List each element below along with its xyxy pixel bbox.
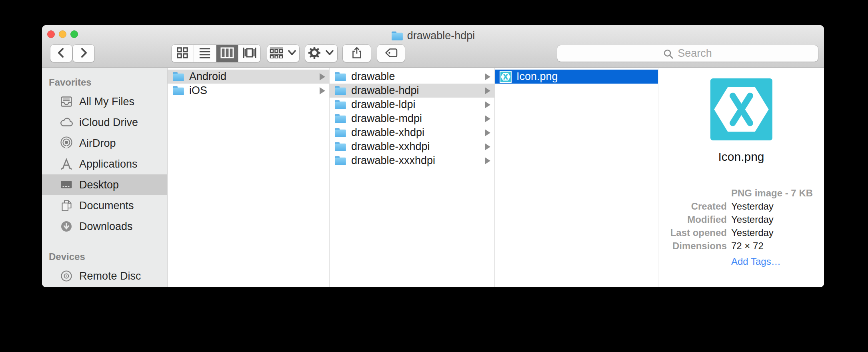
window-content: FavoritesAll My FilesiCloud DriveAirDrop… <box>42 68 824 287</box>
disclosure-arrow-icon <box>485 129 490 136</box>
sidebar-item-label: Applications <box>79 158 138 170</box>
window-title: drawable-hdpi <box>42 29 824 42</box>
disclosure-arrow-icon <box>485 101 490 108</box>
file-row-label: Icon.png <box>516 70 558 83</box>
tags-button[interactable] <box>377 45 405 62</box>
column-view-icon <box>220 47 234 60</box>
folder-icon <box>334 142 346 152</box>
folder-icon <box>334 86 346 96</box>
sidebar-item-label: AirDrop <box>79 137 116 150</box>
icon-view-button[interactable] <box>172 45 194 62</box>
sidebar: FavoritesAll My FilesiCloud DriveAirDrop… <box>42 68 168 287</box>
file-row-ios[interactable]: iOS <box>168 84 329 98</box>
file-row-drawable-xhdpi[interactable]: drawable-xhdpi <box>330 126 494 140</box>
file-row-label: drawable-xxxhdpi <box>351 154 435 167</box>
file-row-label: drawable-hdpi <box>351 84 419 97</box>
disclosure-arrow-icon <box>485 143 490 150</box>
disclosure-arrow-icon <box>485 73 490 80</box>
file-row-label: drawable-mdpi <box>351 112 422 125</box>
browser-column-1[interactable]: AndroidiOS <box>168 68 330 287</box>
desktop-icon <box>60 178 73 192</box>
list-view-button[interactable] <box>194 45 216 62</box>
metadata-label: Created <box>658 201 727 212</box>
metadata-row-last-opened: Last openedYesterday <box>658 227 824 240</box>
metadata-value: Yesterday <box>731 214 774 225</box>
file-row-drawable-ldpi[interactable]: drawable-ldpi <box>330 98 494 112</box>
xamarin-preview-icon <box>710 78 772 140</box>
folder-icon <box>172 86 184 96</box>
sidebar-item-label: Remote Disc <box>79 270 141 282</box>
search-icon <box>663 48 674 61</box>
list-view-icon <box>199 47 211 60</box>
sidebar-item-applications[interactable]: Applications <box>42 154 167 174</box>
sidebar-section-title-favorites: Favorites <box>49 77 167 88</box>
sidebar-item-downloads[interactable]: Downloads <box>42 216 167 237</box>
view-mode-segmented-control <box>172 45 260 62</box>
finder-window: drawable-hdpi FavoritesAll My Files <box>42 25 824 287</box>
file-row-label: iOS <box>189 84 207 97</box>
share-button[interactable] <box>343 45 371 62</box>
file-row-drawable[interactable]: drawable <box>330 70 494 84</box>
chevron-left-icon <box>55 46 67 61</box>
disclosure-arrow-icon <box>485 87 490 94</box>
gear-icon <box>308 46 321 61</box>
disclosure-arrow-icon <box>485 115 490 122</box>
column-view-button[interactable] <box>216 45 239 62</box>
file-row-label: drawable-xhdpi <box>351 126 424 139</box>
all-my-files-icon <box>60 95 73 108</box>
file-metadata: PNG image - 7 KB CreatedYesterdayModifie… <box>658 188 824 267</box>
browser-column-2[interactable]: drawabledrawable-hdpidrawable-ldpidrawab… <box>330 68 495 287</box>
file-row-drawable-xxxhdpi[interactable]: drawable-xxxhdpi <box>330 154 494 168</box>
browser-column-3[interactable]: Icon.png <box>495 68 658 287</box>
file-row-android[interactable]: Android <box>168 70 329 84</box>
share-icon <box>350 46 363 61</box>
file-row-label: drawable-xxhdpi <box>351 140 430 153</box>
file-row-icon-png[interactable]: Icon.png <box>495 70 658 84</box>
coverflow-view-button[interactable] <box>238 45 260 62</box>
file-row-label: drawable-ldpi <box>351 98 416 111</box>
file-row-drawable-xxhdpi[interactable]: drawable-xxhdpi <box>330 140 494 154</box>
tag-icon <box>384 46 398 61</box>
action-button[interactable] <box>305 45 337 62</box>
airdrop-icon <box>60 136 73 150</box>
column-browser: AndroidiOS drawabledrawable-hdpidrawable… <box>168 68 824 287</box>
documents-icon <box>60 199 73 212</box>
xamarin-file-icon <box>500 71 512 83</box>
add-tags-row: Add Tags… <box>658 254 824 267</box>
add-tags-link[interactable]: Add Tags… <box>731 256 781 267</box>
folder-icon <box>172 72 184 82</box>
arrange-icon <box>270 47 283 60</box>
back-button[interactable] <box>50 45 72 62</box>
metadata-row-dimensions: Dimensions72 × 72 <box>658 240 824 254</box>
metadata-value: Yesterday <box>731 201 774 212</box>
sidebar-item-documents[interactable]: Documents <box>42 195 167 216</box>
chevron-down-icon <box>325 49 334 58</box>
file-row-drawable-mdpi[interactable]: drawable-mdpi <box>330 112 494 126</box>
preview-pane: Icon.png PNG image - 7 KB CreatedYesterd… <box>658 68 824 287</box>
folder-icon <box>391 31 403 41</box>
arrange-button[interactable] <box>267 45 299 62</box>
sidebar-item-desktop[interactable]: Desktop <box>42 174 167 195</box>
sidebar-section-title-devices: Devices <box>49 251 167 262</box>
chevron-down-icon <box>287 49 297 58</box>
downloads-icon <box>60 220 73 233</box>
sidebar-item-all-my-files[interactable]: All My Files <box>42 91 167 112</box>
icloud-drive-icon <box>60 116 73 129</box>
search-field[interactable] <box>557 45 818 62</box>
folder-icon <box>334 72 346 82</box>
metadata-value: Yesterday <box>731 227 774 238</box>
sidebar-item-remote-disc[interactable]: Remote Disc <box>42 266 167 286</box>
coverflow-view-icon <box>243 47 256 60</box>
sidebar-item-icloud-drive[interactable]: iCloud Drive <box>42 112 167 133</box>
metadata-row-created: CreatedYesterday <box>658 201 824 214</box>
file-row-drawable-hdpi[interactable]: drawable-hdpi <box>330 84 494 98</box>
sidebar-item-label: Documents <box>79 200 134 212</box>
folder-icon <box>334 100 346 110</box>
forward-button[interactable] <box>73 45 94 62</box>
file-row-label: drawable <box>351 70 395 83</box>
search-input[interactable] <box>557 45 818 62</box>
disclosure-arrow-icon <box>320 73 325 80</box>
metadata-label: Dimensions <box>658 240 727 252</box>
sidebar-item-airdrop[interactable]: AirDrop <box>42 133 167 154</box>
file-kind-size: PNG image - 7 KB <box>731 188 813 199</box>
